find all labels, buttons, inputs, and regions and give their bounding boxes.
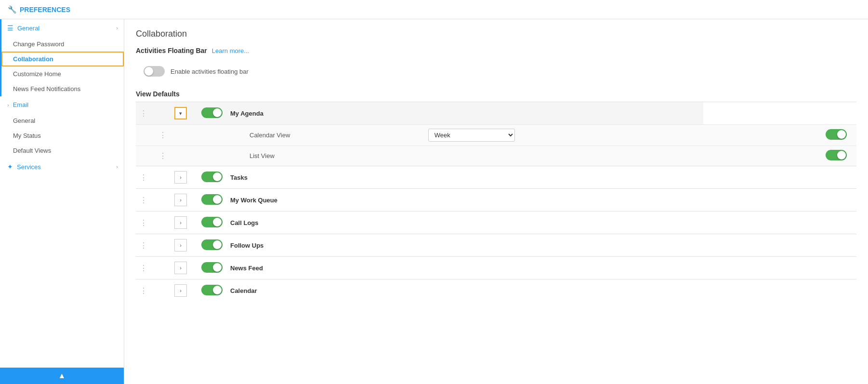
header-title: PREFERENCES [20,6,70,13]
sidebar-item-collaboration[interactable]: Collaboration [1,52,124,66]
table-row-calendar-view: ⋮ Calendar View Week Day Month [136,125,856,146]
sidebar-section-general: ☰ General › Change Password Collaboratio… [0,19,124,96]
drag-handle-call-logs[interactable]: ⋮ [136,212,171,234]
list-view-label-cell: List View [226,146,419,166]
toggle-calendar-view[interactable] [826,129,847,140]
calendar-label: Calendar [230,287,257,294]
drag-handle-tasks[interactable]: ⋮ [136,166,171,189]
expand-btn-call-logs[interactable]: › [174,216,187,229]
toggle-calendar[interactable] [201,285,223,295]
drag-handle-my-work-queue[interactable]: ⋮ [136,189,171,212]
drag-handle-my-agenda[interactable]: ⋮ [136,102,171,125]
table-row-my-agenda: ⋮ ▾ My Agenda [136,102,856,125]
drag-handle-calendar[interactable]: ⋮ [136,279,171,302]
sidebar-item-change-password[interactable]: Change Password [1,37,124,52]
toggle-cell-my-agenda [197,102,226,125]
sidebar-item-default-views[interactable]: Default Views [1,143,124,158]
app-title: 🔧 PREFERENCES [8,5,70,14]
toggle-my-work-queue[interactable] [201,194,223,205]
view-defaults-table: ⋮ ▾ My Agenda [136,102,856,302]
toggle-follow-ups[interactable] [201,239,223,250]
wrench-icon: 🔧 [8,5,17,14]
news-feed-label: News Feed [230,265,263,272]
label-cell-my-agenda: My Agenda [226,102,419,125]
table-row-call-logs: ⋮ › Call Logs [136,212,856,234]
content-area: Collaboration Activities Floating Bar Le… [124,19,868,384]
main-layout: ☰ General › Change Password Collaboratio… [0,19,868,384]
calendar-view-label-cell: Calendar View [226,125,419,146]
table-row-follow-ups: ⋮ › Follow Ups [136,234,856,257]
my-work-queue-label: My Work Queue [230,197,277,204]
table-row-my-work-queue: ⋮ › My Work Queue [136,189,856,212]
sidebar-item-customize-home[interactable]: Customize Home [1,66,124,81]
floating-bar-row: Enable activities floating bar [136,60,856,82]
view-defaults-title: View Defaults [136,90,856,98]
toggle-thumb [145,67,153,76]
email-label: Email [13,101,29,108]
services-icon: ✦ [7,163,13,171]
table-row-list-view: ⋮ List View [136,146,856,166]
sidebar-item-general-email[interactable]: General [1,113,124,128]
general-label: General [17,25,39,32]
floating-bar-toggle[interactable] [144,66,165,77]
services-label: Services [17,163,41,171]
top-header: 🔧 PREFERENCES [0,0,868,19]
expand-cell-my-agenda: ▾ [171,102,197,125]
expand-btn-news-feed[interactable]: › [174,262,187,274]
sidebar-item-my-status[interactable]: My Status [1,128,124,143]
sidebar-item-email[interactable]: › Email [1,96,124,113]
floating-bar-label: Enable activities floating bar [171,68,249,75]
calendar-view-label: Calendar View [250,132,290,139]
general-chevron: › [116,25,118,31]
toggle-list-view[interactable] [826,150,847,160]
sidebar-item-general[interactable]: ☰ General › [1,19,124,37]
toggle-my-agenda[interactable] [201,107,223,118]
toggle-tasks[interactable] [201,172,223,182]
drag-handle-news-feed[interactable]: ⋮ [136,257,171,279]
sidebar: ☰ General › Change Password Collaboratio… [0,19,124,384]
services-chevron: › [116,164,118,170]
calendar-view-select[interactable]: Week Day Month [428,129,515,142]
email-expand-icon: › [7,102,9,108]
drag-handle-list-view[interactable]: ⋮ [136,146,171,166]
expand-btn-follow-ups[interactable]: › [174,239,187,252]
call-logs-label: Call Logs [230,219,259,226]
expand-btn-my-agenda[interactable]: ▾ [174,107,187,119]
follow-ups-label: Follow Ups [230,242,263,249]
activities-title: Activities Floating Bar [136,47,207,54]
toggle-call-logs[interactable] [201,217,223,227]
general-icon: ☰ [7,24,13,32]
sidebar-item-news-feed-notifications[interactable]: News Feed Notifications [1,81,124,96]
tasks-label: Tasks [230,174,248,181]
list-view-label: List View [250,152,275,159]
drag-handle-calendar-view[interactable]: ⋮ [136,125,171,146]
sidebar-collapse-button[interactable]: ▲ [58,371,66,380]
my-agenda-label: My Agenda [230,110,263,117]
sidebar-section-email: › Email General My Status Default Views [0,96,124,158]
table-row-news-feed: ⋮ › News Feed [136,257,856,279]
page-title: Collaboration [136,29,856,39]
table-row-tasks: ⋮ › Tasks [136,166,856,189]
activities-section-header: Activities Floating Bar Learn more... [136,47,856,54]
expand-btn-tasks[interactable]: › [174,171,187,184]
sidebar-section-services: ✦ Services › [0,158,124,175]
toggle-news-feed[interactable] [201,262,223,273]
drag-handle-follow-ups[interactable]: ⋮ [136,234,171,257]
expand-btn-calendar[interactable]: › [174,284,187,297]
sidebar-item-services[interactable]: ✦ Services › [1,158,124,175]
table-row-calendar: ⋮ › Calendar [136,279,856,302]
expand-btn-my-work-queue[interactable]: › [174,194,187,206]
learn-more-link[interactable]: Learn more... [212,47,249,54]
sidebar-collapse-area: ▲ [0,368,124,384]
